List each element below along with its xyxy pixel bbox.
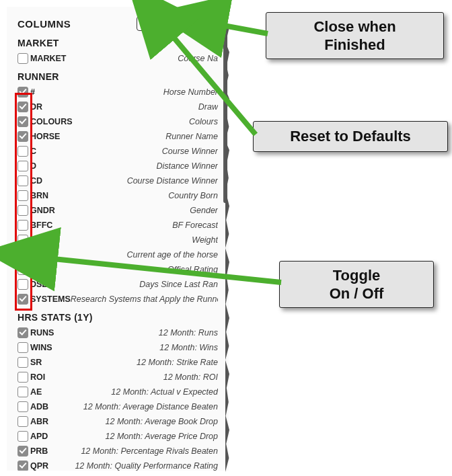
column-row: CCourse Winner	[17, 144, 218, 159]
column-desc: Runner Name	[60, 132, 218, 141]
callout-close: Close whenFinished	[266, 12, 444, 59]
column-desc: Current age of the horse	[48, 250, 218, 260]
column-code: HORSE	[30, 132, 60, 141]
close-button[interactable]: CLOSE	[178, 16, 218, 31]
column-checkbox[interactable]	[17, 190, 28, 201]
torn-paper-edge	[225, 5, 229, 472]
column-checkbox[interactable]	[17, 87, 28, 97]
column-code: ABR	[30, 417, 48, 426]
column-row: DRDraw	[17, 100, 218, 114]
column-code: WGT	[30, 235, 50, 245]
column-code: DR	[30, 102, 42, 112]
column-desc: 12 Month: ROI	[45, 372, 218, 382]
column-checkbox[interactable]	[17, 102, 28, 112]
column-checkbox[interactable]	[17, 205, 28, 216]
column-code: DSLR	[30, 280, 53, 289]
column-desc: Country Born	[48, 191, 218, 200]
column-checkbox[interactable]	[17, 357, 28, 368]
column-code: #	[30, 87, 35, 97]
column-desc: 12 Month: Actual v Expected	[42, 387, 218, 397]
column-row: COLOURSColours	[17, 114, 218, 129]
column-desc: Weight	[50, 235, 218, 245]
column-code: SR	[30, 358, 42, 367]
button-group: RESET CLOSE	[137, 16, 218, 31]
column-row: OROffical Rating	[17, 262, 218, 277]
column-row: SR12 Month: Strike Rate	[17, 355, 218, 370]
column-row: WINS12 Month: Wins	[17, 340, 218, 355]
column-code: D	[30, 161, 36, 171]
column-desc: Horse Number	[35, 87, 218, 97]
column-row: #Horse Number	[17, 85, 218, 100]
column-checkbox[interactable]	[17, 342, 28, 353]
columns-panel: COLUMNS RESET CLOSE MARKET MARKETCourse …	[7, 7, 229, 471]
section-title-hrs: HRS STATS (1Y)	[17, 312, 218, 323]
column-row: WGTWeight	[17, 233, 218, 247]
column-row: PRB12 Month: Percentage Rivals Beaten	[17, 444, 218, 459]
column-desc: Research Systems that Apply the Runners	[71, 294, 218, 304]
callout-reset-text: Reset to Defaults	[290, 127, 411, 146]
column-row: RUNS12 Month: Runs	[17, 325, 218, 340]
column-checkbox[interactable]	[17, 372, 28, 383]
reset-button[interactable]: RESET	[137, 16, 176, 31]
column-row: BRNCountry Born	[17, 188, 218, 203]
callout-close-text: Close whenFinished	[313, 17, 396, 54]
column-checkbox[interactable]	[17, 401, 28, 412]
column-desc: 12 Month: Strike Rate	[42, 358, 218, 367]
column-desc: 12 Month: Average Book Drop	[48, 417, 218, 426]
column-checkbox[interactable]	[17, 387, 28, 397]
column-checkbox[interactable]	[17, 131, 28, 142]
column-checkbox[interactable]	[17, 53, 28, 64]
column-code: PRB	[30, 446, 48, 456]
column-desc: BF Forecast	[52, 221, 218, 230]
column-checkbox[interactable]	[17, 161, 28, 171]
column-checkbox[interactable]	[17, 294, 28, 305]
section-title-market: MARKET	[17, 38, 218, 48]
column-row: DSLRDays Since Last Ran	[17, 277, 218, 292]
column-checkbox[interactable]	[17, 416, 28, 427]
column-code: OR	[30, 265, 43, 274]
column-checkbox[interactable]	[17, 264, 28, 275]
column-desc: Colours	[73, 117, 219, 126]
column-code: C	[30, 147, 36, 156]
column-checkbox[interactable]	[17, 175, 28, 186]
callout-reset: Reset to Defaults	[253, 121, 448, 152]
column-desc: 12 Month: Average Distance Beaten	[48, 402, 218, 411]
column-row: DDistance Winner	[17, 159, 218, 173]
callout-toggle-text: ToggleOn / Off	[330, 266, 384, 303]
column-desc: Distance Winner	[36, 161, 218, 171]
panel-header: COLUMNS RESET CLOSE	[17, 16, 218, 31]
column-checkbox[interactable]	[17, 235, 28, 245]
column-checkbox[interactable]	[17, 146, 28, 157]
column-desc: Days Since Last Ran	[53, 280, 218, 289]
column-row: ADB12 Month: Average Distance Beaten	[17, 399, 218, 414]
column-desc: Offical Rating	[43, 265, 218, 274]
column-desc: Gender	[55, 206, 218, 215]
column-row: APD12 Month: Average Price Drop	[17, 429, 218, 444]
column-checkbox[interactable]	[17, 446, 28, 457]
column-checkbox[interactable]	[17, 461, 28, 471]
column-checkbox[interactable]	[17, 327, 28, 338]
column-row: MARKETCourse Na	[17, 51, 218, 66]
column-desc: Course Distance Winner	[42, 176, 218, 186]
column-code: COLOURS	[30, 117, 73, 126]
column-desc: 12 Month: Percentage Rivals Beaten	[48, 446, 218, 456]
column-checkbox[interactable]	[17, 279, 28, 290]
column-row: BFFCBF Forecast	[17, 218, 218, 233]
column-desc: Course Winner	[36, 147, 218, 156]
column-checkbox[interactable]	[17, 249, 28, 260]
column-row: HORSERunner Name	[17, 129, 218, 144]
column-desc: 12 Month: Wins	[52, 343, 218, 352]
column-code: RUNS	[30, 328, 54, 338]
column-code: GNDR	[30, 206, 55, 215]
column-row: SYSTEMSResearch Systems that Apply the R…	[17, 292, 218, 307]
panel-title: COLUMNS	[17, 18, 71, 30]
column-desc: 12 Month: Quality Performance Rating	[48, 461, 218, 471]
column-checkbox[interactable]	[17, 220, 28, 231]
column-code: ROI	[30, 372, 45, 382]
column-code: BFFC	[30, 221, 52, 230]
column-row: CDCourse Distance Winner	[17, 173, 218, 188]
column-desc: Course Na	[66, 54, 218, 63]
column-code: WINS	[30, 343, 52, 352]
column-checkbox[interactable]	[17, 431, 28, 442]
column-checkbox[interactable]	[17, 116, 28, 127]
